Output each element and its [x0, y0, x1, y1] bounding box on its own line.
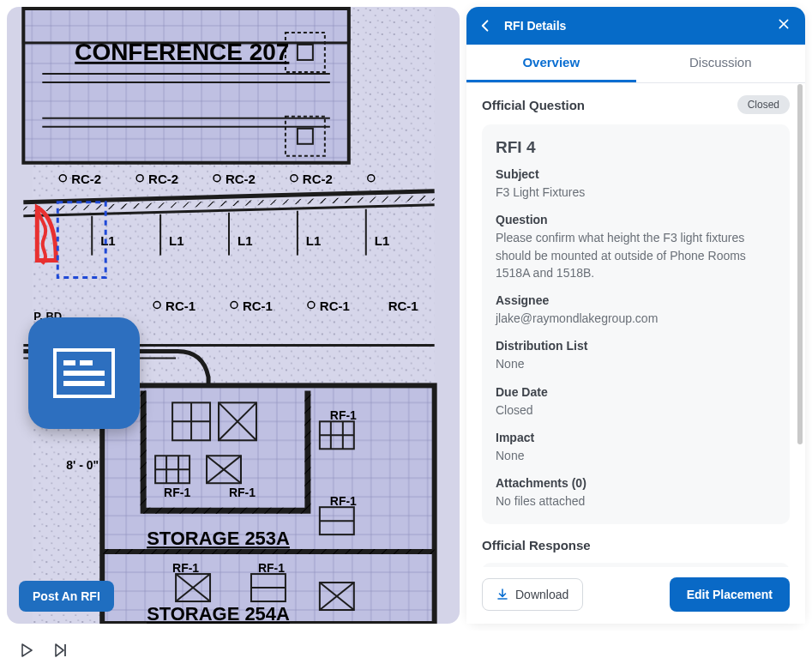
- svg-text:L1: L1: [306, 233, 321, 248]
- subject-label: Subject: [496, 167, 776, 181]
- svg-text:L1: L1: [100, 233, 115, 248]
- panel-title: RFI Details: [504, 19, 778, 33]
- attach-value: No files attached: [496, 492, 776, 510]
- svg-text:RF-1: RF-1: [164, 486, 190, 499]
- post-rfi-button[interactable]: Post An RFI: [19, 581, 114, 612]
- panel-footer: Download Edit Placement: [466, 567, 805, 624]
- question-value: Please confirm what height the F3 light …: [496, 229, 776, 281]
- svg-text:L1: L1: [238, 233, 252, 248]
- svg-text:RF-1: RF-1: [229, 486, 256, 499]
- attach-label: Attachments (0): [496, 476, 776, 490]
- svg-text:STORAGE  253A: STORAGE 253A: [147, 528, 290, 549]
- svg-text:RF-1: RF-1: [258, 561, 285, 575]
- download-label: Download: [515, 588, 568, 601]
- official-question-heading: Official Question: [482, 98, 585, 112]
- svg-text:CONFERENCE  207: CONFERENCE 207: [75, 39, 289, 65]
- svg-text:RC-2: RC-2: [303, 172, 333, 186]
- rfi-marker-icon[interactable]: [28, 317, 140, 429]
- back-icon[interactable]: [478, 17, 496, 34]
- impact-value: None: [496, 447, 776, 464]
- bottom-controls: [0, 631, 812, 670]
- rfi-details-panel: RFI Details Overview Discussion Official…: [466, 7, 805, 624]
- rfi-number: RFI 4: [496, 138, 776, 157]
- close-icon[interactable]: [778, 18, 793, 33]
- svg-text:RC-2: RC-2: [226, 172, 256, 186]
- assignee-value: jlake@raymondlakegroup.com: [496, 310, 776, 327]
- question-label: Question: [496, 213, 776, 226]
- svg-text:RF-1: RF-1: [330, 408, 357, 422]
- dist-value: None: [496, 355, 776, 372]
- status-badge: Closed: [737, 95, 790, 114]
- tab-discussion[interactable]: Discussion: [636, 45, 806, 82]
- official-response-heading: Official Response: [482, 538, 790, 552]
- blueprint-viewport[interactable]: CONFERENCE 207 RC-2 RC-2 RC-2 RC-2: [7, 7, 460, 624]
- question-card: RFI 4 Subject F3 Light Fixtures Question…: [482, 124, 790, 524]
- svg-text:L1: L1: [169, 233, 183, 248]
- tab-overview[interactable]: Overview: [466, 45, 636, 82]
- svg-text:RF-1: RF-1: [172, 561, 199, 575]
- svg-text:RC-2: RC-2: [71, 172, 101, 186]
- svg-text:RF-1: RF-1: [330, 494, 357, 508]
- download-icon: [496, 589, 508, 601]
- svg-text:STORAGE  254A: STORAGE 254A: [147, 603, 290, 624]
- svg-text:L1: L1: [375, 233, 389, 248]
- impact-label: Impact: [496, 431, 776, 444]
- blueprint-svg: CONFERENCE 207 RC-2 RC-2 RC-2 RC-2: [7, 7, 460, 624]
- panel-header: RFI Details: [466, 7, 805, 45]
- scrollbar[interactable]: [797, 84, 803, 444]
- dist-label: Distribution List: [496, 339, 776, 353]
- svg-text:8' - 0": 8' - 0": [66, 458, 99, 472]
- skip-icon[interactable]: [53, 643, 69, 658]
- download-button[interactable]: Download: [482, 578, 583, 611]
- subject-value: F3 Light Fixtures: [496, 184, 776, 201]
- svg-text:RC-1: RC-1: [388, 299, 418, 313]
- due-label: Due Date: [496, 385, 776, 399]
- due-value: Closed: [496, 401, 776, 419]
- panel-body[interactable]: Official Question Closed RFI 4 Subject F…: [466, 83, 805, 567]
- svg-text:RC-1: RC-1: [165, 299, 195, 313]
- assignee-label: Assignee: [496, 293, 776, 307]
- edit-placement-button[interactable]: Edit Placement: [670, 577, 790, 612]
- svg-rect-7: [23, 9, 348, 163]
- svg-text:RC-1: RC-1: [320, 299, 350, 313]
- svg-text:RC-1: RC-1: [243, 299, 273, 313]
- play-icon[interactable]: [19, 643, 34, 658]
- svg-text:RC-2: RC-2: [148, 172, 178, 186]
- tabs: Overview Discussion: [466, 45, 805, 83]
